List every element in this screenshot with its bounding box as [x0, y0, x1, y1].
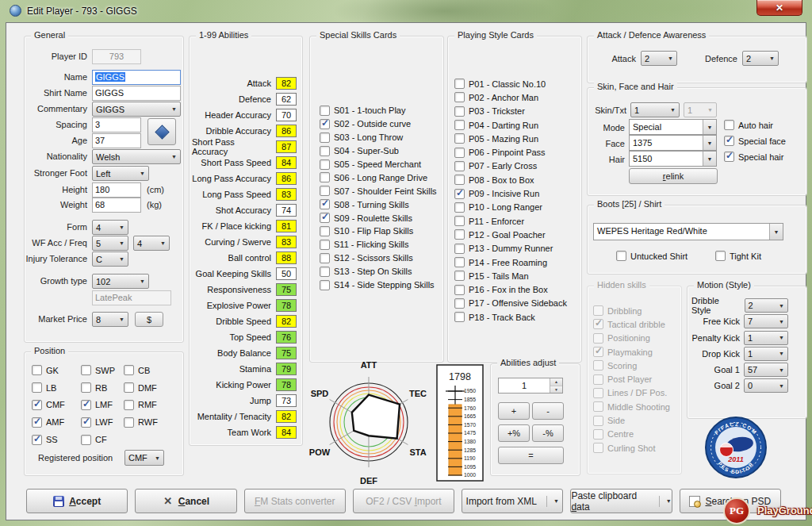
ability-value[interactable]: 78	[276, 299, 297, 312]
card-checkbox-row[interactable]: RWF	[124, 413, 170, 431]
checkbox[interactable]	[593, 429, 603, 440]
chevron-down-icon[interactable]: ▼	[769, 224, 783, 240]
close-button[interactable]: ✕	[756, 0, 802, 16]
ability-value[interactable]: 76	[276, 331, 297, 344]
form-select[interactable]: 4	[92, 220, 128, 235]
checkbox[interactable]	[593, 319, 603, 329]
checkbox[interactable]	[454, 229, 465, 240]
ability-value[interactable]: 78	[276, 378, 297, 391]
ability-value[interactable]: 62	[276, 93, 297, 106]
wf-acc-select[interactable]: 5	[92, 236, 128, 251]
ability-value[interactable]: 82	[276, 77, 297, 90]
adjust-amount-stepper[interactable]: 1 ▲▼	[498, 378, 563, 394]
checkbox[interactable]	[593, 360, 603, 371]
stronger-foot-select[interactable]: Left	[92, 166, 149, 181]
card-checkbox-row[interactable]: RB	[81, 379, 124, 397]
checkbox[interactable]	[320, 199, 330, 209]
card-checkbox-row[interactable]: P03 - Trickster	[454, 105, 567, 118]
card-checkbox-row[interactable]: Positioning	[593, 332, 670, 345]
checkbox[interactable]	[320, 253, 330, 263]
checkbox[interactable]	[454, 244, 465, 254]
age-field[interactable]: 37	[92, 133, 141, 148]
card-checkbox-row[interactable]: P10 - Long Ranger	[454, 201, 567, 214]
checkbox[interactable]	[454, 312, 465, 322]
checkbox[interactable]	[320, 226, 330, 236]
card-checkbox-row[interactable]: S05 - Speed Merchant	[320, 158, 437, 171]
card-checkbox-row[interactable]: S01 - 1-touch Play	[320, 104, 437, 117]
checkbox[interactable]	[320, 146, 330, 156]
hair-select[interactable]: 5150▼	[629, 151, 717, 167]
checkbox[interactable]	[81, 435, 91, 445]
injury-tolerance-select[interactable]: C	[92, 251, 128, 267]
spacing-field[interactable]: 3	[92, 117, 141, 132]
card-checkbox-row[interactable]: RMF	[124, 397, 170, 414]
card-checkbox-row[interactable]: S12 - Scissors Skills	[320, 251, 437, 265]
checkbox[interactable]	[454, 79, 465, 89]
card-checkbox-row[interactable]: S04 - Super-Sub	[320, 144, 437, 158]
card-checkbox-row[interactable]: Side	[593, 413, 670, 427]
checkbox[interactable]	[454, 271, 465, 281]
motion-select[interactable]: 7	[744, 314, 788, 328]
stepper-up-icon[interactable]: ▲	[550, 378, 562, 386]
checkbox[interactable]	[32, 417, 42, 428]
motion-select[interactable]: 2	[745, 298, 788, 313]
footer-button[interactable]: OF2 / CSV Import	[353, 489, 454, 513]
checkbox[interactable]	[454, 106, 465, 117]
card-checkbox-row[interactable]: CF	[81, 431, 124, 448]
card-checkbox-row[interactable]: SS	[32, 431, 81, 448]
checkbox[interactable]	[454, 202, 465, 213]
registered-position-select[interactable]: CMF	[124, 450, 164, 466]
checkbox[interactable]	[616, 251, 626, 261]
checkbox[interactable]	[320, 119, 330, 129]
card-checkbox-row[interactable]: P17 - Offensive Sideback	[454, 297, 567, 310]
ability-value[interactable]: 82	[276, 410, 297, 423]
ability-value[interactable]: 79	[276, 363, 297, 375]
nationality-select[interactable]: Welsh	[92, 149, 181, 164]
checkbox[interactable]	[724, 120, 734, 130]
market-price-select[interactable]: 8	[92, 312, 128, 327]
motion-select[interactable]: 0	[744, 378, 788, 393]
checkbox[interactable]	[593, 443, 603, 453]
card-checkbox-row[interactable]: Lines / DF Pos.	[593, 386, 670, 400]
card-checkbox-row[interactable]: GK	[32, 362, 81, 379]
card-checkbox-row[interactable]: S02 - Outside curve	[320, 117, 437, 131]
card-checkbox-row[interactable]: P02 - Anchor Man	[454, 90, 567, 104]
footer-button[interactable]: Cancel	[135, 489, 236, 513]
weight-field[interactable]: 68	[92, 198, 141, 213]
ability-value[interactable]: 50	[276, 267, 297, 280]
card-checkbox-row[interactable]: LMF	[81, 397, 124, 414]
checkbox[interactable]	[593, 347, 603, 357]
checkbox[interactable]	[593, 401, 603, 412]
checkbox[interactable]	[454, 175, 465, 185]
card-checkbox-row[interactable]: P09 - Incisive Run	[454, 186, 567, 200]
card-checkbox-row[interactable]: S07 - Shoulder Feint Skills	[320, 184, 437, 198]
card-checkbox-row[interactable]: P08 - Box to Box	[454, 173, 567, 186]
motion-select[interactable]: 1	[744, 331, 788, 345]
checkbox[interactable]	[454, 92, 465, 102]
card-checkbox-row[interactable]: Middle Shooting	[593, 400, 670, 413]
card-checkbox-row[interactable]: P16 - Fox in the Box	[454, 282, 567, 296]
checkbox[interactable]	[32, 365, 42, 375]
adjust-minus-percent-button[interactable]: -%	[532, 424, 564, 442]
ability-value[interactable]: 73	[276, 394, 297, 407]
card-checkbox-row[interactable]: Dribbling	[593, 304, 670, 317]
currency-button[interactable]: $	[135, 312, 163, 327]
footer-button[interactable]: FM Stats converter	[244, 489, 346, 513]
ability-value[interactable]: 83	[276, 236, 297, 248]
card-checkbox-row[interactable]: P11 - Enforcer	[454, 214, 567, 228]
special-hair-checkbox[interactable]: Special hair	[724, 152, 783, 162]
card-checkbox-row[interactable]: P07 - Early Cross	[454, 159, 567, 173]
checkbox[interactable]	[593, 305, 603, 316]
checkbox[interactable]	[454, 257, 465, 267]
card-checkbox-row[interactable]: Post Player	[593, 372, 670, 386]
card-checkbox-row[interactable]: S14 - Side Stepping Skills	[320, 278, 437, 292]
ability-value[interactable]: 75	[276, 283, 297, 296]
card-checkbox-row[interactable]: P14 - Free Roaming	[454, 255, 567, 269]
motion-select[interactable]: 57	[744, 363, 788, 377]
ability-value[interactable]: 74	[276, 204, 297, 217]
ability-value[interactable]: 75	[276, 347, 297, 359]
ability-value[interactable]: 86	[276, 125, 297, 137]
card-checkbox-row[interactable]: P05 - Mazing Run	[454, 132, 567, 145]
checkbox[interactable]	[724, 152, 734, 162]
checkbox[interactable]	[124, 365, 134, 375]
